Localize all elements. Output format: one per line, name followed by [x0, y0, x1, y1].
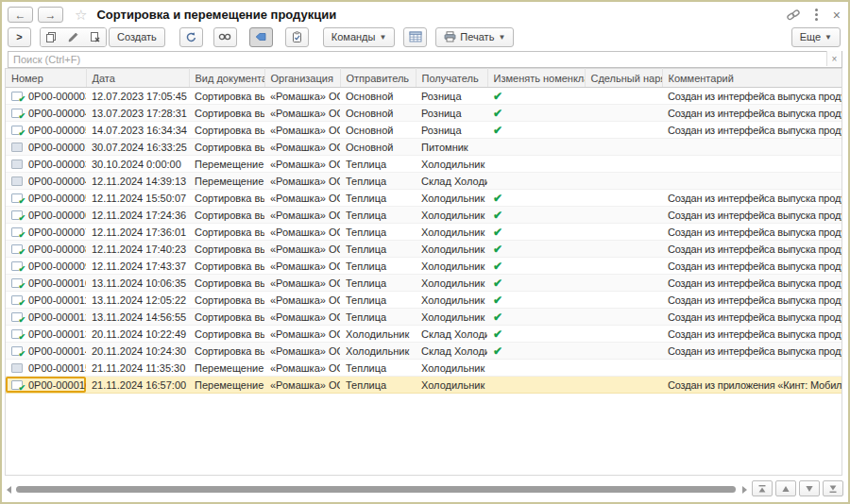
cell-piecework[interactable]	[585, 207, 662, 224]
cell-number[interactable]: 0P00-000007	[6, 224, 86, 241]
expand-panel-button[interactable]: >	[8, 27, 31, 47]
cell-doc-type[interactable]: Перемещение ...	[189, 360, 264, 377]
cell-number[interactable]: 0P00-000010	[6, 275, 86, 292]
cell-change-nomenclature[interactable]	[487, 360, 585, 377]
cell-organization[interactable]: «Ромашка» ООО	[264, 326, 340, 343]
cell-doc-type[interactable]: Сортировка вы...	[189, 241, 264, 258]
cell-organization[interactable]: «Ромашка» ООО	[264, 292, 340, 309]
table-row[interactable]: 0P00-00000612.11.2024 17:24:36Сортировка…	[6, 207, 842, 224]
horizontal-scrollbar[interactable]	[7, 485, 747, 494]
cell-sender[interactable]: Теплица	[340, 292, 416, 309]
set-period-button[interactable]	[249, 27, 273, 47]
cell-comment[interactable]: Создан из интерфейса выпуска продукции	[662, 207, 842, 224]
cell-piecework[interactable]	[585, 292, 662, 309]
cell-organization[interactable]: «Ромашка» ООО	[264, 241, 340, 258]
cell-organization[interactable]: «Ромашка» ООО	[264, 343, 340, 360]
cell-number[interactable]: 0P00-000006	[6, 207, 86, 224]
table-row[interactable]: 0P00-00000312.07.2023 17:05:45Сортировка…	[6, 88, 842, 105]
column-header-sender[interactable]: Отправитель	[340, 69, 416, 88]
cell-organization[interactable]: «Ромашка» ООО	[264, 224, 340, 241]
table-row[interactable]: 0P00-00001621.11.2024 16:57:00Перемещени…	[6, 377, 842, 394]
cell-receiver[interactable]: Розница	[416, 122, 487, 139]
back-button[interactable]: ←	[8, 7, 33, 23]
copy-button[interactable]	[41, 28, 62, 46]
cell-doc-type[interactable]: Сортировка вы...	[189, 207, 264, 224]
cell-date[interactable]: 13.07.2023 17:28:31	[86, 105, 189, 122]
column-header-comment[interactable]: Комментарий	[662, 69, 842, 88]
cell-receiver[interactable]: Склад Холодил...	[416, 326, 487, 343]
table-row[interactable]: 0P00-00000712.11.2024 17:36:01Сортировка…	[6, 224, 842, 241]
cell-organization[interactable]: «Ромашка» ООО	[264, 360, 340, 377]
cell-date[interactable]: 12.11.2024 14:39:13	[86, 173, 189, 190]
cell-change-nomenclature[interactable]: ✔	[487, 241, 585, 258]
cell-change-nomenclature[interactable]	[487, 173, 585, 190]
cell-number[interactable]: 0P00-000003	[6, 156, 86, 173]
column-header-receiver[interactable]: Получатель	[416, 69, 487, 88]
table-row[interactable]: 0P00-00001213.11.2024 14:56:55Сортировка…	[6, 309, 842, 326]
table-row[interactable]: 0P00-00000130.07.2024 16:33:25Сортировка…	[6, 139, 842, 156]
cell-comment[interactable]	[662, 139, 842, 156]
cell-doc-type[interactable]: Сортировка вы...	[189, 122, 264, 139]
cell-piecework[interactable]	[585, 343, 662, 360]
commands-button[interactable]: Команды ▼	[323, 27, 396, 47]
cell-date[interactable]: 12.11.2024 15:50:07	[86, 190, 189, 207]
cell-date[interactable]: 30.10.2024 0:00:00	[86, 156, 189, 173]
search-input[interactable]	[8, 51, 842, 68]
cell-date[interactable]: 20.11.2024 10:22:49	[86, 326, 189, 343]
favorite-star-icon[interactable]: ☆	[75, 8, 87, 22]
link-mode-button[interactable]	[213, 27, 237, 47]
cell-sender[interactable]: Теплица	[340, 190, 416, 207]
cell-comment[interactable]	[662, 173, 842, 190]
cell-doc-type[interactable]: Сортировка вы...	[189, 343, 264, 360]
link-icon[interactable]	[787, 8, 800, 22]
cell-comment[interactable]: Создан из интерфейса выпуска продукции	[662, 122, 842, 139]
column-header-change-nomenclature[interactable]: Изменять номенклатуру	[487, 69, 585, 88]
column-header-date[interactable]: Дата	[86, 69, 189, 88]
cell-date[interactable]: 20.11.2024 10:24:30	[86, 343, 189, 360]
cell-doc-type[interactable]: Сортировка вы...	[189, 190, 264, 207]
scroll-left-icon[interactable]	[7, 486, 11, 494]
table-row[interactable]: 0P00-00000413.07.2023 17:28:31Сортировка…	[6, 105, 842, 122]
cell-organization[interactable]: «Ромашка» ООО	[264, 156, 340, 173]
cell-date[interactable]: 13.11.2024 10:06:35	[86, 275, 189, 292]
cell-comment[interactable]	[662, 360, 842, 377]
cell-comment[interactable]	[662, 156, 842, 173]
cell-piecework[interactable]	[585, 377, 662, 394]
cell-piecework[interactable]	[585, 88, 662, 105]
cell-sender[interactable]: Теплица	[340, 309, 416, 326]
cell-piecework[interactable]	[585, 241, 662, 258]
cell-change-nomenclature[interactable]	[487, 156, 585, 173]
cell-sender[interactable]: Теплица	[340, 224, 416, 241]
cell-sender[interactable]: Теплица	[340, 258, 416, 275]
cell-change-nomenclature[interactable]: ✔	[487, 258, 585, 275]
edit-button[interactable]	[62, 28, 84, 46]
more-button[interactable]: Еще ▼	[791, 27, 841, 47]
cell-piecework[interactable]	[585, 156, 662, 173]
cell-organization[interactable]: «Ромашка» ООО	[264, 258, 340, 275]
cell-receiver[interactable]: Розница	[416, 105, 487, 122]
cell-date[interactable]: 12.11.2024 17:40:23	[86, 241, 189, 258]
cell-organization[interactable]: «Ромашка» ООО	[264, 173, 340, 190]
cell-date[interactable]: 12.11.2024 17:24:36	[86, 207, 189, 224]
cell-number[interactable]: 0P00-000016	[6, 377, 86, 394]
cell-number[interactable]: 0P00-000003	[6, 88, 86, 105]
cell-change-nomenclature[interactable]: ✔	[487, 122, 585, 139]
column-header-organization[interactable]: Организация	[264, 69, 340, 88]
cell-receiver[interactable]: Холодильник	[416, 275, 487, 292]
column-header-number[interactable]: Номер	[6, 69, 86, 88]
cell-change-nomenclature[interactable]: ✔	[487, 190, 585, 207]
cell-organization[interactable]: «Ромашка» ООО	[264, 275, 340, 292]
cell-piecework[interactable]	[585, 105, 662, 122]
cell-comment[interactable]: Создан из интерфейса выпуска продукции	[662, 88, 842, 105]
cell-sender[interactable]: Теплица	[340, 241, 416, 258]
cell-receiver[interactable]: Холодильник	[416, 241, 487, 258]
list-settings-button[interactable]	[403, 27, 427, 47]
cell-comment[interactable]: Создан из интерфейса выпуска продукции	[662, 343, 842, 360]
cell-sender[interactable]: Теплица	[340, 360, 416, 377]
cell-sender[interactable]: Теплица	[340, 173, 416, 190]
cell-doc-type[interactable]: Перемещение ...	[189, 173, 264, 190]
cell-date[interactable]: 12.11.2024 17:43:37	[86, 258, 189, 275]
cell-organization[interactable]: «Ромашка» ООО	[264, 105, 340, 122]
cell-sender[interactable]: Основной	[340, 105, 416, 122]
cell-organization[interactable]: «Ромашка» ООО	[264, 309, 340, 326]
